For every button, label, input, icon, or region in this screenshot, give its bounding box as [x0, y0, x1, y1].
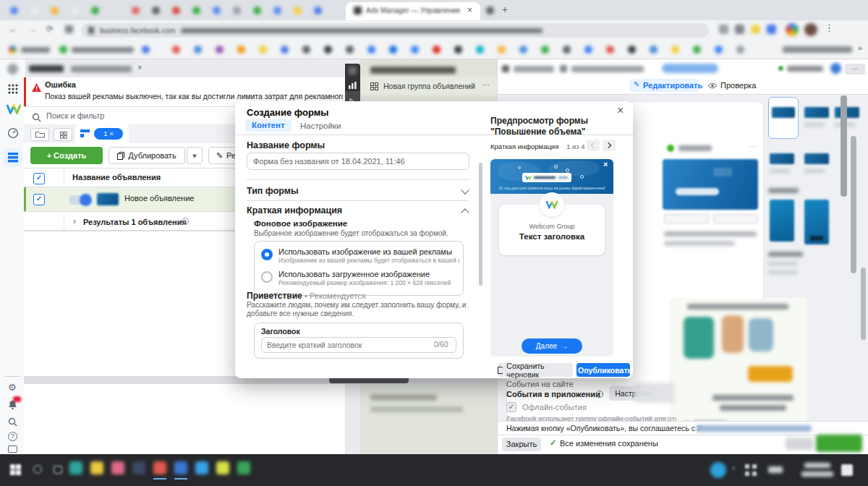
duplicate-button[interactable]: Дублировать — [109, 147, 185, 164]
browser-tab-favicon[interactable] — [172, 7, 180, 14]
browser-tab-favicon[interactable] — [30, 7, 38, 14]
bookmark-favicon[interactable] — [389, 46, 397, 54]
review-tab[interactable]: Проверка — [707, 80, 758, 92]
browser-tab-favicon[interactable] — [233, 7, 241, 14]
taskbar-app-icon[interactable] — [90, 461, 103, 474]
placement-option[interactable] — [804, 153, 829, 164]
duplicate-caret-button[interactable]: ▾ — [187, 147, 203, 164]
row-checkbox[interactable]: ✓ — [33, 194, 45, 205]
radio-upload-image[interactable] — [261, 271, 273, 283]
taskbar-app-icon[interactable] — [132, 461, 145, 474]
help-icon[interactable]: ? — [8, 432, 17, 441]
vertical-scrollbar-thumb[interactable] — [861, 268, 866, 340]
webcom-logo-icon[interactable] — [6, 103, 22, 114]
browser-tab-favicon[interactable] — [273, 7, 281, 14]
browser-menu-icon[interactable]: ⋮ — [825, 22, 834, 33]
browser-tab-favicon[interactable] — [213, 7, 221, 14]
edit-mode-tab[interactable]: ✎ Редактировать — [629, 79, 699, 92]
next-page-button[interactable] — [603, 140, 616, 151]
placement-option[interactable] — [804, 200, 829, 244]
charts-icon[interactable] — [349, 79, 357, 92]
bookmark-favicon[interactable] — [650, 46, 658, 54]
placement-option-selected[interactable] — [768, 97, 799, 139]
placement-option[interactable] — [770, 153, 794, 164]
taskbar-search-icon[interactable] — [33, 465, 42, 474]
bookmark-favicon[interactable] — [715, 46, 723, 54]
adgroup-more-icon[interactable]: ⋯ — [482, 80, 490, 90]
search-filter-input[interactable]: Поиск и фильтр — [46, 111, 104, 120]
bookmark-favicon[interactable] — [476, 46, 484, 54]
publish-button[interactable]: Опубликовать — [576, 363, 630, 377]
ad-title[interactable]: Новое объявление — [124, 194, 194, 202]
bookmark-favicon[interactable] — [237, 46, 245, 54]
bookmark-label-blur[interactable] — [783, 46, 852, 53]
bookmark-favicon[interactable] — [216, 46, 224, 54]
tab-settings[interactable]: Настройки — [300, 122, 341, 130]
bookmark-favicon[interactable] — [606, 46, 614, 54]
browser-tab-favicon[interactable] — [71, 7, 79, 14]
prev-page-button[interactable] — [587, 140, 600, 151]
option1-label[interactable]: Использовать изображение из вашей реклам… — [278, 247, 452, 256]
tray-expand-icon[interactable]: ^ — [732, 466, 735, 473]
bookmark-favicon[interactable] — [563, 46, 571, 54]
adgroup-row[interactable]: Новая группа объявлений ⋯ — [360, 77, 497, 95]
create-button[interactable]: + Создать — [30, 147, 103, 164]
expand-panel-icon[interactable] — [8, 446, 17, 453]
browser-tab-favicon[interactable] — [486, 7, 494, 14]
vertical-scrollbar-thumb[interactable] — [841, 95, 847, 197]
post-more-icon[interactable]: ⋯ — [749, 142, 757, 151]
vertical-scrollbar-thumb[interactable] — [851, 136, 856, 273]
menu-icon[interactable] — [7, 64, 18, 74]
bookmark-label-blur[interactable] — [72, 47, 134, 53]
bookmark-favicon[interactable] — [281, 46, 289, 54]
bookmark-favicon[interactable] — [9, 46, 17, 54]
secondary-button-blur[interactable] — [786, 438, 813, 450]
reload-icon[interactable]: ⟳ — [46, 24, 54, 34]
results-row[interactable]: Результаты 1 объявления — [83, 218, 187, 226]
clock-date-blur[interactable] — [801, 472, 833, 477]
modal-close-icon[interactable]: × — [617, 104, 624, 117]
save-draft-button[interactable]: Сохранить черновик — [498, 363, 573, 377]
telegram-tray-icon[interactable] — [710, 462, 726, 478]
bookmark-favicon[interactable] — [671, 46, 679, 54]
bookmark-favicon[interactable] — [541, 46, 549, 54]
browser-tab-favicon[interactable] — [132, 7, 140, 14]
bookmark-favicon[interactable] — [498, 46, 506, 54]
apps-grid-icon[interactable] — [8, 84, 18, 94]
panel-more-button[interactable]: ⋯ — [845, 64, 865, 74]
user-avatar[interactable] — [830, 63, 841, 74]
tray-icon[interactable] — [752, 472, 757, 476]
app-tab-blur[interactable] — [29, 65, 64, 72]
browser-profile-avatar[interactable] — [786, 23, 799, 36]
bookmark-favicon[interactable] — [433, 46, 441, 54]
headline-input[interactable] — [262, 338, 430, 352]
tray-icon[interactable] — [745, 464, 749, 469]
bookmark-favicon[interactable] — [454, 46, 462, 54]
extension-icon[interactable] — [735, 25, 744, 34]
taskbar-app-icon[interactable] — [237, 461, 250, 474]
selection-count-pill[interactable]: 1 × — [94, 128, 123, 140]
placement-option[interactable] — [770, 200, 794, 242]
ads-manager-nav-icon[interactable] — [4, 148, 22, 167]
bookmark-label-blur[interactable] — [21, 47, 50, 53]
home-icon[interactable] — [65, 25, 73, 33]
taskbar-app-icon[interactable] — [174, 461, 187, 474]
close-editor-button[interactable]: Закрыть — [502, 438, 541, 451]
publish-green-button-blur[interactable] — [816, 435, 862, 452]
task-view-icon[interactable] — [54, 466, 62, 474]
bookmark-favicon[interactable] — [628, 46, 636, 54]
browser-tab-favicon[interactable] — [294, 7, 302, 14]
form-name-input[interactable] — [247, 153, 469, 170]
bookmark-favicon[interactable] — [194, 46, 202, 54]
placement-option[interactable] — [835, 107, 859, 118]
terms-link-blur[interactable] — [696, 425, 812, 432]
bookmark-favicon[interactable] — [59, 46, 67, 54]
breadcrumb-active-blur[interactable] — [662, 64, 718, 73]
forward-icon[interactable]: → — [27, 24, 37, 35]
notifications-bell-icon[interactable] — [8, 399, 18, 409]
selection-tab[interactable]: 1 × — [75, 124, 129, 143]
bookmarks-overflow-icon[interactable]: » — [858, 43, 862, 52]
radio-use-ad-image[interactable] — [261, 249, 273, 260]
bookmark-favicon[interactable] — [693, 46, 701, 54]
chevron-down-icon[interactable] — [461, 186, 469, 194]
